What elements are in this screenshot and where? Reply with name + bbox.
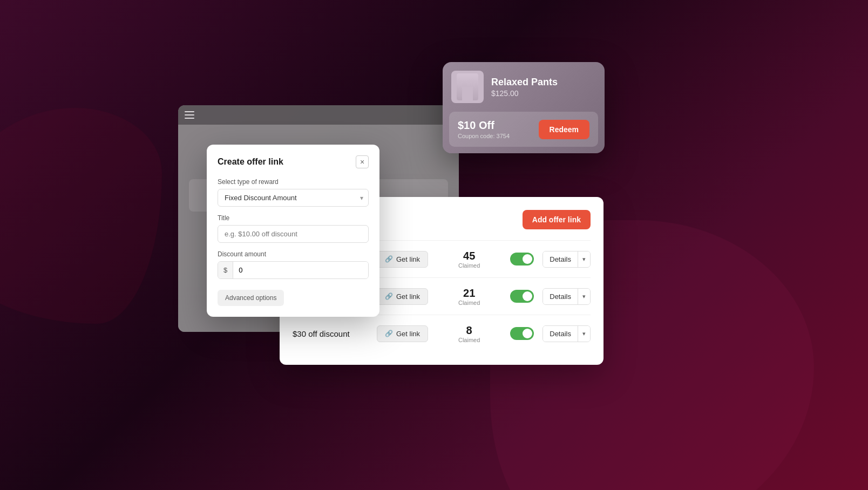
get-link-label: Get link: [396, 292, 420, 301]
link-icon: 🔗: [385, 330, 393, 337]
modal-close-button[interactable]: ×: [356, 155, 369, 168]
product-image-visual: [457, 73, 478, 100]
offer-name: $30 off discount: [293, 329, 368, 338]
claimed-label: Claimed: [437, 262, 501, 269]
discount-input-wrapper: $: [218, 261, 369, 279]
details-btn-group: Details ▾: [542, 251, 591, 268]
get-link-button[interactable]: 🔗 Get link: [377, 325, 428, 342]
modal-title: Create offer link: [218, 157, 283, 167]
claimed-section: 45 Claimed: [437, 249, 501, 269]
create-offer-modal: Create offer link × Select type of rewar…: [207, 145, 379, 317]
claimed-label: Claimed: [437, 337, 501, 343]
claimed-section: 8 Claimed: [437, 324, 501, 343]
product-image: [451, 71, 484, 103]
details-btn-group: Details ▾: [542, 288, 591, 305]
claimed-section: 21 Claimed: [437, 287, 501, 306]
link-icon: 🔗: [385, 292, 393, 300]
discount-label: Discount amount: [218, 250, 369, 258]
details-chevron-button[interactable]: ▾: [578, 289, 590, 304]
bg-window-header: [178, 105, 459, 125]
get-link-label: Get link: [396, 255, 420, 263]
get-link-button[interactable]: 🔗 Get link: [377, 288, 428, 305]
coupon-amount: $10 Off: [458, 119, 510, 132]
product-name: Relaxed Pants: [491, 77, 596, 88]
coupon-info: $10 Off Coupon code: 3754: [458, 119, 510, 139]
product-card-top: Relaxed Pants $125.00: [443, 62, 605, 112]
reward-type-select[interactable]: Fixed Discount Amount: [218, 189, 369, 207]
get-link-label: Get link: [396, 330, 420, 338]
claimed-count: 45: [437, 249, 501, 262]
details-button[interactable]: Details: [543, 251, 578, 267]
claimed-label: Claimed: [437, 300, 501, 306]
product-price: $125.00: [491, 89, 596, 98]
reward-type-group: Select type of reward Fixed Discount Amo…: [218, 178, 369, 207]
reward-type-select-wrapper: Fixed Discount Amount: [218, 189, 369, 207]
offer-row: $30 off discount 🔗 Get link 8 Claimed De…: [293, 315, 591, 352]
add-offer-button[interactable]: Add offer link: [523, 210, 591, 229]
claimed-count: 8: [437, 324, 501, 337]
link-icon: 🔗: [385, 255, 393, 263]
modal-header: Create offer link ×: [218, 155, 369, 168]
title-input[interactable]: [218, 225, 369, 243]
menu-icon: [185, 111, 194, 119]
details-btn-group: Details ▾: [542, 325, 591, 342]
advanced-options-button[interactable]: Advanced options: [218, 290, 284, 306]
discount-prefix: $: [218, 262, 233, 278]
details-button[interactable]: Details: [543, 289, 578, 304]
discount-input[interactable]: [233, 262, 368, 278]
reward-type-label: Select type of reward: [218, 178, 369, 186]
product-info: Relaxed Pants $125.00: [491, 77, 596, 98]
details-chevron-button[interactable]: ▾: [578, 326, 590, 342]
discount-group: Discount amount $: [218, 250, 369, 279]
claimed-count: 21: [437, 287, 501, 300]
offer-toggle[interactable]: [510, 327, 534, 340]
get-link-button[interactable]: 🔗 Get link: [377, 251, 428, 268]
offer-toggle[interactable]: [510, 253, 534, 266]
title-label: Title: [218, 214, 369, 222]
product-card-bottom: $10 Off Coupon code: 3754 Redeem: [449, 112, 598, 147]
coupon-code: Coupon code: 3754: [458, 133, 510, 139]
title-group: Title: [218, 214, 369, 243]
bg-shape-2: [0, 108, 162, 324]
product-card: Relaxed Pants $125.00 $10 Off Coupon cod…: [443, 62, 605, 153]
redeem-button[interactable]: Redeem: [539, 120, 589, 139]
details-chevron-button[interactable]: ▾: [578, 251, 590, 267]
details-button[interactable]: Details: [543, 326, 578, 342]
offer-toggle[interactable]: [510, 290, 534, 303]
